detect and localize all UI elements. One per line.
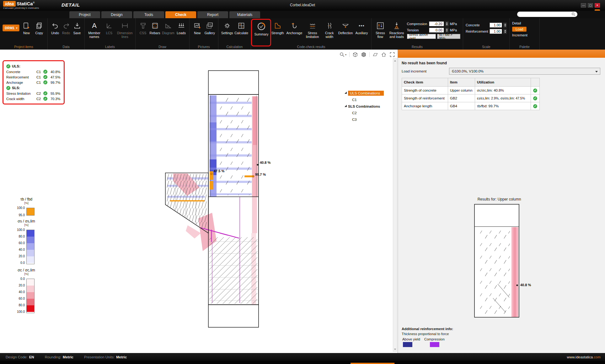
expander-icon[interactable] (345, 105, 347, 107)
close-button[interactable]: ✕ (595, 3, 600, 8)
chevron-down-icon: ▾ (345, 53, 346, 56)
diagram-button[interactable]: Diagram (162, 21, 174, 35)
palette-increment-option[interactable]: Increment (512, 33, 527, 37)
table-row[interactable]: Strength of concrete Upper column σc/σc,… (402, 87, 540, 94)
canvas-vertical-scrollbar[interactable] (393, 58, 397, 352)
concrete-scale-spinner[interactable] (503, 23, 507, 28)
tab-design[interactable]: Design (101, 11, 132, 18)
table-row[interactable]: Anchorage length GB4 τb/fbd: 99.7% (402, 102, 540, 110)
summary-button[interactable]: Summary (254, 21, 269, 36)
maximize-button[interactable]: ▢ (588, 3, 593, 8)
new-project-item-button[interactable]: New (21, 21, 32, 35)
tree-item-c3[interactable]: C3 (345, 116, 392, 123)
load-increment-dropdown[interactable]: G100.0%, V100.0% (449, 68, 600, 75)
wireframe-view-icon[interactable] (352, 52, 358, 57)
crack-width-button[interactable]: Crack width (322, 21, 336, 39)
ribbon-group-pictures: New Gallery Pictures (190, 18, 218, 50)
save-button[interactable]: Save (72, 21, 82, 35)
css-button[interactable]: CSS (138, 21, 148, 35)
summary-combination: C2 (36, 92, 43, 95)
stress-above-yield-toggle[interactable]: Stress above yield (407, 34, 436, 39)
dimension-lines-button[interactable]: Dimension lines (117, 21, 133, 39)
design-code-label: Design Code: (6, 355, 28, 359)
tab-tools[interactable]: Tools (133, 11, 164, 18)
plane-view-icon[interactable] (372, 52, 378, 57)
palette-detail-option[interactable]: Detail (512, 21, 521, 25)
model-canvas[interactable]: 40.8 % 47.5 % 99.7 % ▾ ULS: Concrete C1 (0, 50, 398, 353)
strength-button[interactable]: Strength (270, 21, 285, 35)
lcs-button[interactable]: LCS (103, 21, 116, 35)
stress-flow-button[interactable]: Stress flow (374, 21, 387, 39)
auxiliary-button[interactable]: ••• Auxiliary (355, 21, 369, 35)
group-label-results: Results (372, 45, 463, 49)
concrete-scale-row: Concrete 1.00 (466, 23, 507, 28)
compression-spinner[interactable] (445, 21, 449, 26)
tab-materials[interactable]: Materials (229, 11, 260, 18)
tab-report[interactable]: Report (197, 11, 228, 18)
check-ok-icon (533, 96, 537, 100)
legend-color-scale (26, 230, 35, 264)
redo-button[interactable]: Redo (61, 21, 71, 35)
expander-icon[interactable] (345, 92, 347, 94)
compression-value-input[interactable]: -0.20 (429, 21, 444, 26)
app-logo: ideaStatiCa® (3, 1, 35, 7)
tension-spinner[interactable] (445, 28, 449, 33)
new-picture-button[interactable]: New (192, 21, 203, 35)
scroll-up-icon[interactable] (394, 60, 396, 62)
tree-item-c1[interactable]: C1 (345, 96, 392, 103)
gallery-label: Gallery (205, 31, 215, 35)
copy-project-item-button[interactable]: Copy (34, 21, 45, 35)
dimension-lines-label: Dimension lines (117, 31, 133, 39)
anchorage-button[interactable]: Anchorage (286, 21, 302, 35)
panel-header-bar (398, 50, 605, 58)
deflection-button[interactable]: Deflection (338, 21, 353, 35)
tree-item-uls-combinations[interactable]: ULS Combinations (345, 90, 392, 96)
column-header-item: Item (448, 78, 475, 87)
document-title: Corbel.ideaDet (0, 3, 605, 7)
zoom-extents-icon[interactable] (389, 52, 395, 57)
no-result-message: No result has been found (402, 61, 447, 65)
new-picture-icon (194, 22, 201, 29)
palette-load-option[interactable]: Load (512, 27, 527, 32)
cell-utilization: σc/σc,lim: 40.8% (475, 87, 531, 94)
zoom-tool-button[interactable]: ▾ (340, 52, 346, 57)
website-tld: .com (593, 355, 601, 359)
website-link[interactable]: www.ideastatica.com (567, 355, 601, 359)
rebars-button[interactable]: Rebars (149, 21, 161, 35)
tree-item-c2[interactable]: C2 (345, 110, 392, 116)
concrete-scale-input[interactable]: 1.00 (490, 23, 502, 28)
website-text: www.ideastatica (567, 355, 593, 359)
solid-view-icon[interactable] (361, 52, 367, 57)
table-row[interactable]: Strength of reinforcement GB2 εs/εs,lim:… (402, 94, 540, 102)
uls-summary-header: ULS: (6, 63, 61, 69)
css-label: CSS (140, 31, 147, 35)
column-header-utilization: Utilization (475, 78, 531, 87)
registered-mark: ® (33, 1, 35, 4)
scroll-down-icon[interactable] (394, 349, 396, 350)
tree-item-sls-combinations[interactable]: SLS Combinations (345, 103, 392, 110)
reactions-loads-button[interactable]: Reactions and loads (388, 21, 406, 39)
tension-value-input[interactable]: 0.00 (429, 28, 444, 33)
chevron-down-icon (595, 71, 598, 72)
tb-fbd-95-toggle[interactable]: τb / fbd > 95% (437, 34, 460, 39)
tab-check[interactable]: Check (165, 11, 196, 18)
anchorage-label: Anchorage (286, 31, 302, 35)
rounding-value: Metric (63, 355, 73, 359)
undo-button[interactable]: Undo (50, 21, 60, 35)
home-view-icon[interactable] (381, 52, 387, 57)
reinforcement-scale-spinner[interactable] (503, 29, 507, 34)
settings-button[interactable]: Settings (221, 21, 233, 35)
member-names-button[interactable]: A Member names (87, 21, 101, 39)
drm-selector-button[interactable]: DRM1▾ (3, 24, 19, 31)
calculate-button[interactable]: Calculate (234, 21, 248, 35)
minimize-button[interactable]: — (581, 3, 586, 8)
stress-limitation-button[interactable]: Stress limitation (304, 21, 321, 39)
tab-project[interactable]: Project (69, 11, 100, 18)
loads-button[interactable]: Loads (176, 21, 187, 35)
reinforcement-scale-input[interactable]: 1.00 (490, 29, 502, 34)
member-names-label: Member names (87, 31, 101, 39)
reinforcement-utilization-label: 47.5 % (214, 169, 224, 173)
gallery-button[interactable]: Gallery (204, 21, 216, 35)
summary-results-overlay: ULS: Concrete C1 40.8% Reinforcement C1 … (3, 60, 65, 104)
search-input[interactable] (517, 12, 577, 17)
